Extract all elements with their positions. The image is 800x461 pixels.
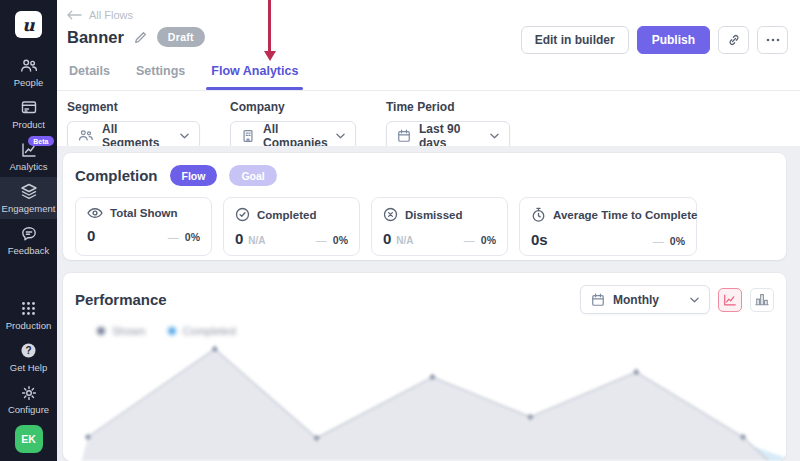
eye-icon — [87, 207, 103, 219]
tab-details[interactable]: Details — [69, 64, 110, 90]
performance-chart[interactable] — [63, 338, 786, 461]
sidebar-item-production[interactable]: Production — [0, 294, 57, 336]
legend-item-completed: Completed — [168, 325, 236, 337]
legend-label: Shown — [112, 325, 146, 337]
sidebar-item-analytics[interactable]: Beta Analytics — [0, 135, 57, 177]
legend-dot — [168, 327, 176, 335]
bar-chart-icon — [755, 293, 769, 306]
tab-bar: Details Settings Flow Analytics — [69, 64, 298, 90]
link-icon — [727, 33, 741, 47]
header-actions: Edit in builder Publish — [521, 26, 788, 54]
legend-label: Completed — [183, 325, 236, 337]
legend-item-shown: Shown — [97, 325, 146, 337]
people-icon — [20, 57, 38, 74]
back-label: All Flows — [89, 9, 133, 21]
sidebar-item-label: Feedback — [8, 245, 50, 256]
engagement-icon — [20, 183, 38, 200]
sidebar-item-get-help[interactable]: ? Get Help — [0, 336, 57, 378]
calendar-icon — [591, 293, 605, 307]
sidebar-item-label: Configure — [8, 404, 49, 415]
stat-value: 0 — [87, 227, 95, 244]
calendar-icon — [397, 129, 411, 143]
publish-button[interactable]: Publish — [637, 26, 710, 54]
sidebar-nav: People Product Beta Analytics Engagement — [0, 51, 57, 261]
app-logo-letter: u — [22, 15, 34, 35]
period-select-value: Monthly — [613, 293, 659, 307]
edit-title-icon[interactable] — [134, 31, 147, 44]
sidebar-item-configure[interactable]: Configure — [0, 378, 57, 420]
page-header: All Flows Banner Draft Edit in builder P… — [57, 0, 800, 91]
sidebar-item-people[interactable]: People — [0, 51, 57, 93]
line-chart-icon — [723, 293, 737, 307]
goal-toggle-pill[interactable]: Goal — [229, 165, 276, 186]
stat-card-dismissed: Dismissed 0 N/A —0% — [371, 197, 508, 256]
status-badge: Draft — [157, 27, 205, 47]
sidebar-bottom: Production ? Get Help Configure EK — [0, 294, 57, 461]
filter-company: Company All Companies — [230, 100, 356, 146]
gear-icon — [21, 384, 37, 401]
sidebar-item-label: Production — [6, 320, 51, 331]
beta-badge: Beta — [28, 136, 53, 146]
delta-percent: 0% — [185, 231, 200, 243]
tab-settings[interactable]: Settings — [136, 64, 185, 90]
line-chart-toggle[interactable] — [718, 288, 742, 312]
sidebar: u People Product Beta Analytics Engag — [0, 0, 57, 461]
chevron-down-icon — [690, 297, 699, 303]
x-circle-icon — [383, 207, 398, 222]
filter-time-period: Time Period Last 90 days — [386, 100, 510, 146]
page-title: Banner — [67, 28, 124, 47]
delta-percent: 0% — [481, 234, 496, 246]
sidebar-item-label: Engagement — [2, 203, 56, 214]
bar-chart-toggle[interactable] — [750, 288, 774, 312]
help-icon: ? — [20, 342, 37, 359]
main-area: All Flows Banner Draft Edit in builder P… — [57, 0, 800, 461]
sidebar-item-engagement[interactable]: Engagement — [0, 177, 57, 219]
stopwatch-icon — [531, 207, 546, 223]
stat-label: Average Time to Complete — [553, 209, 697, 221]
check-circle-icon — [235, 207, 250, 222]
feedback-icon — [21, 225, 37, 242]
performance-panel: Performance Monthly — [63, 273, 786, 461]
delta-dash: — — [168, 231, 179, 243]
chart-svg — [63, 338, 786, 461]
back-link[interactable]: All Flows — [67, 0, 137, 21]
stat-label: Dismissed — [405, 209, 463, 221]
stat-value: 0 — [383, 230, 391, 247]
sidebar-item-label: Analytics — [9, 161, 47, 172]
completion-title: Completion — [75, 167, 158, 184]
stat-card-total-shown: Total Shown 0 —0% — [75, 197, 212, 256]
sidebar-item-feedback[interactable]: Feedback — [0, 219, 57, 261]
filter-bar: Segment All Segments Company All Compani… — [57, 91, 800, 146]
filter-label: Time Period — [386, 100, 510, 114]
stat-secondary: N/A — [248, 235, 265, 246]
app-logo[interactable]: u — [15, 11, 42, 38]
sidebar-item-label: Product — [12, 119, 45, 130]
tab-flow-analytics[interactable]: Flow Analytics — [211, 64, 298, 90]
analytics-icon: Beta — [21, 141, 37, 158]
sidebar-item-label: Get Help — [10, 362, 48, 373]
content-area: Completion Flow Goal Total Shown 0 —0 — [57, 146, 800, 461]
edit-in-builder-button[interactable]: Edit in builder — [521, 26, 629, 54]
period-select[interactable]: Monthly — [580, 285, 710, 314]
delta-percent: 0% — [670, 235, 685, 247]
sidebar-item-product[interactable]: Product — [0, 93, 57, 135]
more-icon — [766, 38, 780, 42]
filter-segment: Segment All Segments — [67, 100, 200, 146]
product-icon — [21, 99, 37, 116]
stat-label: Completed — [257, 209, 316, 221]
copy-link-button[interactable] — [718, 26, 749, 54]
chart-legend: Shown Completed — [97, 325, 774, 337]
more-options-button[interactable] — [757, 26, 788, 54]
user-avatar[interactable]: EK — [15, 425, 43, 453]
stat-label: Total Shown — [110, 207, 178, 219]
building-icon — [241, 129, 255, 143]
delta-dash: — — [464, 234, 475, 246]
stat-value: 0 — [235, 230, 243, 247]
filter-label: Company — [230, 100, 356, 114]
completion-header: Completion Flow Goal — [75, 165, 774, 186]
chevron-down-icon — [336, 133, 345, 139]
flow-toggle-pill[interactable]: Flow — [170, 165, 218, 186]
chevron-down-icon — [180, 133, 189, 139]
stat-secondary: N/A — [396, 235, 413, 246]
delta-dash: — — [316, 234, 327, 246]
